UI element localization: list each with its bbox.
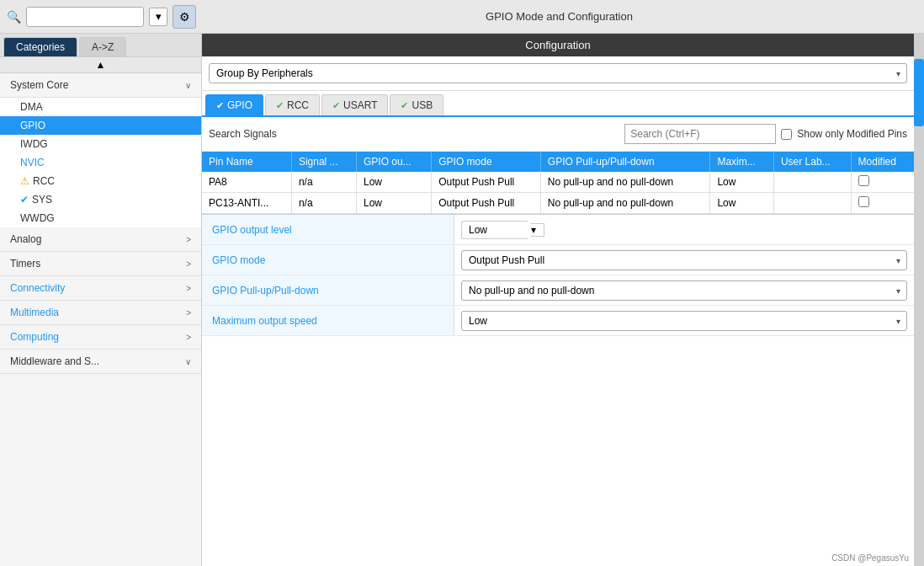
gpio-output-level-value: Low <box>461 221 528 239</box>
cell-gpio-pull-0: No pull-up and no pull-down <box>540 172 710 193</box>
table-row[interactable]: PA8 n/a Low Output Push Pull No pull-up … <box>202 172 914 193</box>
middleware-label: Middleware and S... <box>10 355 99 367</box>
content-area: Configuration Group By Peripherals Group… <box>202 34 914 566</box>
wwdg-label: WWDG <box>20 212 55 224</box>
multimedia-label: Multimedia <box>10 307 59 318</box>
group-by-bar: Group By Peripherals Group By Mode ▾ <box>202 56 914 91</box>
cell-gpio-out-1: Low <box>357 193 432 214</box>
usart-tab-label: USART <box>343 99 377 111</box>
dma-label: DMA <box>20 101 43 113</box>
config-header: Configuration <box>202 34 914 56</box>
cell-gpio-pull-1: No pull-up and no pull-down <box>540 193 710 214</box>
gpio-table: Pin Name Signal ... GPIO ou... GPIO mode… <box>202 152 914 214</box>
analog-label: Analog <box>10 233 41 245</box>
periph-tab-rcc[interactable]: ✔ RCC <box>265 94 320 115</box>
sidebar-item-sys[interactable]: ✔ SYS <box>0 190 201 209</box>
show-modified-label: Show only Modified Pins <box>797 128 907 140</box>
analog-chevron: > <box>186 235 191 244</box>
cell-user-label-1 <box>773 193 851 214</box>
system-core-label: System Core <box>10 79 68 91</box>
sidebar-category-analog[interactable]: Analog > <box>0 227 201 252</box>
config-label-gpio-output-level: GPIO output level <box>202 215 454 244</box>
col-modified[interactable]: Modified <box>851 152 914 172</box>
iwdg-label: IWDG <box>20 138 48 150</box>
usb-tab-label: USB <box>412 99 433 111</box>
timers-label: Timers <box>10 258 40 270</box>
signal-search-label: Search Signals <box>209 128 277 140</box>
modified-check-0[interactable] <box>858 175 869 186</box>
sidebar-item-iwdg[interactable]: IWDG <box>0 135 201 153</box>
dropdown-button[interactable]: ▾ <box>149 8 167 26</box>
gpio-pull-select[interactable]: No pull-up and no pull-down <box>461 280 907 301</box>
col-gpio-out[interactable]: GPIO ou... <box>357 152 432 172</box>
col-signal[interactable]: Signal ... <box>291 152 356 172</box>
sidebar-tab-bar: Categories A->Z <box>0 34 201 57</box>
connectivity-chevron: > <box>186 284 191 293</box>
tab-a-to-z[interactable]: A->Z <box>79 37 126 56</box>
cell-gpio-mode-0: Output Push Pull <box>432 172 541 193</box>
col-pin-name: Pin Name <box>202 152 291 172</box>
modified-check-1[interactable] <box>858 196 869 207</box>
sidebar-category-computing[interactable]: Computing > <box>0 325 201 350</box>
cell-max-speed-1: Low <box>710 193 773 214</box>
show-modified-checkbox[interactable] <box>781 129 792 140</box>
col-max-speed[interactable]: Maxim... <box>710 152 773 172</box>
cell-max-speed-0: Low <box>710 172 773 193</box>
config-row-gpio-pull: GPIO Pull-up/Pull-down No pull-up and no… <box>202 275 914 306</box>
config-value-max-speed: Low ▾ <box>454 307 914 334</box>
sys-label: SYS <box>32 194 52 206</box>
connectivity-label: Connectivity <box>10 282 65 294</box>
tab-categories[interactable]: Categories <box>3 37 77 56</box>
col-gpio-mode[interactable]: GPIO mode <box>432 152 541 172</box>
periph-tab-usart[interactable]: ✔ USART <box>321 94 388 115</box>
gpio-label: GPIO <box>20 120 45 131</box>
computing-chevron: > <box>186 333 191 342</box>
max-speed-select[interactable]: Low <box>461 311 907 331</box>
usb-tab-check: ✔ <box>401 100 408 111</box>
sidebar-item-rcc[interactable]: ⚠ RCC <box>0 172 201 190</box>
sidebar-item-gpio[interactable]: GPIO <box>0 116 201 135</box>
sidebar: Categories A->Z ▲ System Core ∨ DMA GPIO… <box>0 34 202 566</box>
cell-signal-0: n/a <box>291 172 356 193</box>
top-bar: 🔍 ▾ ⚙ GPIO Mode and Configuration <box>0 0 924 34</box>
sidebar-category-middleware[interactable]: Middleware and S... ∨ <box>0 350 201 374</box>
cell-gpio-mode-1: Output Push Pull <box>432 193 541 214</box>
group-by-select[interactable]: Group By Peripherals Group By Mode <box>209 63 907 83</box>
system-core-items: DMA GPIO IWDG NVIC ⚠ RCC ✔ SYS WWDG <box>0 98 201 227</box>
main-layout: Categories A->Z ▲ System Core ∨ DMA GPIO… <box>0 34 924 566</box>
system-core-chevron: ∨ <box>185 81 191 90</box>
rcc-warning-icon: ⚠ <box>20 175 29 187</box>
table-row[interactable]: PC13-ANTI... n/a Low Output Push Pull No… <box>202 193 914 214</box>
sidebar-category-timers[interactable]: Timers > <box>0 252 201 276</box>
gpio-mode-select[interactable]: Output Push Pull <box>461 250 907 270</box>
search-input[interactable] <box>26 7 144 27</box>
col-gpio-pull[interactable]: GPIO Pull-up/Pull-down <box>540 152 710 172</box>
sidebar-category-system-core[interactable]: System Core ∨ <box>0 73 201 98</box>
periph-tab-usb[interactable]: ✔ USB <box>390 94 443 115</box>
sidebar-item-dma[interactable]: DMA <box>0 98 201 116</box>
rcc-tab-label: RCC <box>287 99 309 111</box>
collapse-icon: ▲ <box>96 59 106 71</box>
signal-search-input[interactable] <box>624 124 776 144</box>
cell-modified-0 <box>851 172 914 193</box>
gear-button[interactable]: ⚙ <box>173 5 196 29</box>
scrollbar-thumb[interactable] <box>914 59 924 126</box>
cell-signal-1: n/a <box>291 193 356 214</box>
sidebar-item-wwdg[interactable]: WWDG <box>0 209 201 227</box>
config-label-gpio-mode: GPIO mode <box>202 245 454 275</box>
sidebar-category-multimedia[interactable]: Multimedia > <box>0 301 201 325</box>
cell-user-label-0 <box>773 172 851 193</box>
config-properties: GPIO output level Low ▾ GPIO mode Output… <box>202 215 914 566</box>
peripheral-tabs: ✔ GPIO ✔ RCC ✔ USART ✔ USB <box>202 91 914 117</box>
sidebar-category-connectivity[interactable]: Connectivity > <box>0 276 201 301</box>
sidebar-item-nvic[interactable]: NVIC <box>0 153 201 172</box>
middleware-chevron: ∨ <box>185 357 191 366</box>
col-user-label[interactable]: User Lab... <box>773 152 851 172</box>
cell-modified-1 <box>851 193 914 214</box>
config-value-gpio-output-level: Low ▾ <box>454 217 914 243</box>
cell-pin-name-0: PA8 <box>202 172 291 193</box>
periph-tab-gpio[interactable]: ✔ GPIO <box>205 94 263 115</box>
sidebar-collapse-button[interactable]: ▲ <box>0 57 201 73</box>
search-icon: 🔍 <box>7 10 21 24</box>
right-scrollbar[interactable] <box>914 34 924 566</box>
